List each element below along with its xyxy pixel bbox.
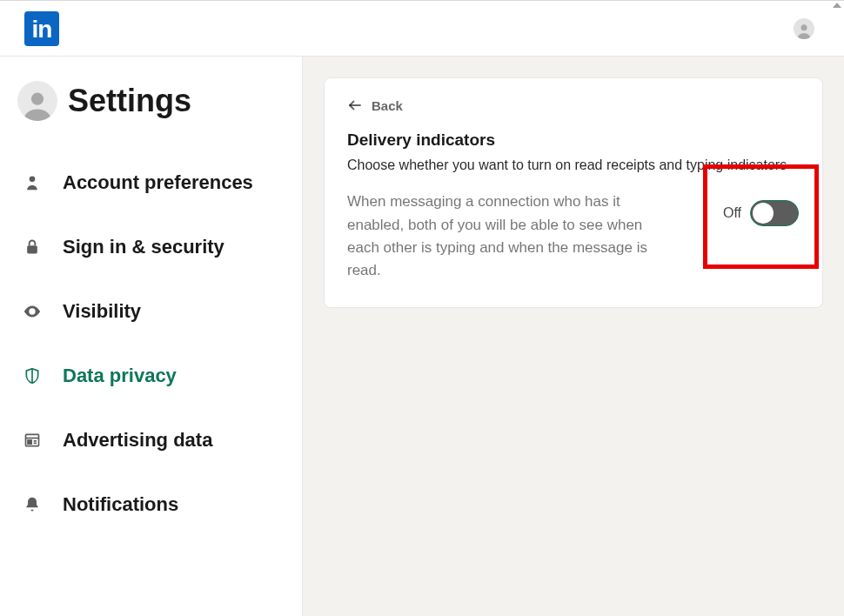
sidebar-item-label: Data privacy: [63, 365, 177, 387]
scrollbar[interactable]: [830, 1, 844, 57]
svg-point-1: [31, 93, 44, 105]
shield-icon: [23, 366, 42, 385]
linkedin-logo[interactable]: in: [24, 11, 59, 46]
sidebar-item-label: Account preferences: [63, 171, 253, 194]
sidebar-item-label: Notifications: [63, 493, 178, 516]
scroll-up-icon: [833, 3, 841, 8]
eye-icon: [23, 302, 42, 321]
main-content: Back Delivery indicators Choose whether …: [303, 57, 844, 616]
profile-avatar[interactable]: [794, 18, 814, 39]
layout: Settings Account preferences Sign in & s…: [0, 57, 844, 616]
page-title: Settings: [68, 83, 191, 119]
back-label: Back: [372, 98, 403, 113]
person-icon: [23, 173, 42, 192]
sidebar: Settings Account preferences Sign in & s…: [0, 57, 303, 616]
sidebar-item-account-preferences[interactable]: Account preferences: [0, 151, 302, 215]
sidebar-item-data-privacy[interactable]: Data privacy: [0, 344, 302, 408]
toggle-state-label: Off: [723, 205, 741, 221]
svg-rect-3: [27, 245, 37, 253]
sidebar-item-label: Visibility: [63, 300, 141, 323]
sidebar-item-label: Sign in & security: [63, 236, 224, 258]
card-title: Delivery indicators: [347, 131, 800, 150]
newspaper-icon: [23, 431, 42, 450]
person-icon: [795, 22, 813, 39]
setting-row: When messaging a connection who has it e…: [347, 191, 800, 282]
toggle-highlight-box: Off: [703, 164, 819, 269]
sidebar-item-advertising-data[interactable]: Advertising data: [0, 408, 302, 472]
bell-icon: [23, 495, 42, 514]
arrow-left-icon: [347, 97, 363, 113]
svg-point-2: [30, 177, 36, 183]
svg-rect-6: [28, 440, 31, 444]
sidebar-item-sign-in-security[interactable]: Sign in & security: [0, 215, 302, 279]
sidebar-item-label: Advertising data: [63, 429, 212, 452]
settings-avatar[interactable]: [17, 81, 57, 121]
sidebar-nav: Account preferences Sign in & security V…: [0, 123, 302, 537]
sidebar-item-visibility[interactable]: Visibility: [0, 279, 302, 344]
back-button[interactable]: Back: [347, 97, 800, 113]
setting-description: When messaging a connection who has it e…: [347, 191, 673, 282]
sidebar-item-notifications[interactable]: Notifications: [0, 472, 302, 537]
settings-header: Settings: [0, 81, 302, 123]
svg-point-0: [801, 24, 807, 30]
lock-icon: [23, 238, 42, 257]
delivery-indicators-toggle[interactable]: [750, 200, 799, 226]
top-bar: in: [0, 0, 844, 57]
toggle-knob: [753, 203, 774, 224]
settings-card: Back Delivery indicators Choose whether …: [324, 77, 823, 308]
person-icon: [21, 88, 54, 121]
